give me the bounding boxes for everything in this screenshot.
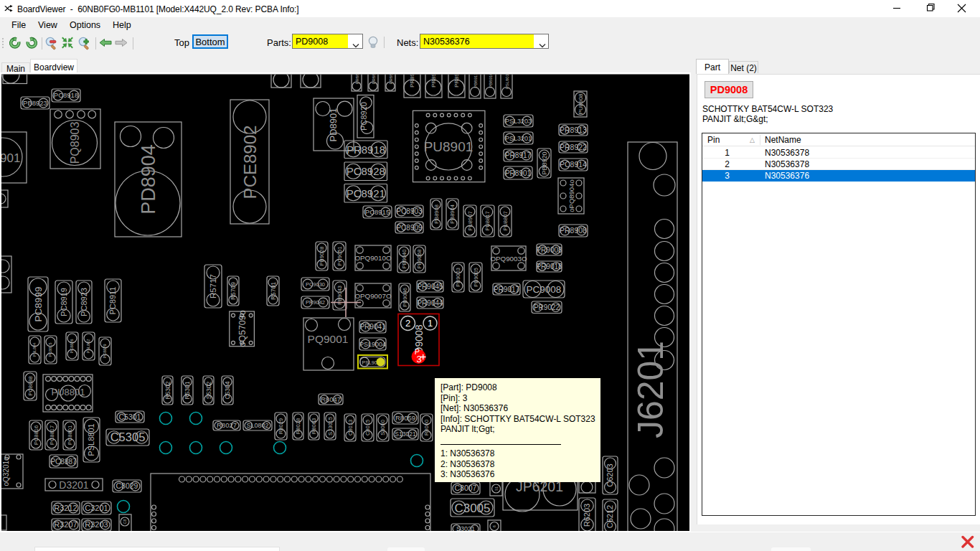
svg-text:PB9028: PB9028 <box>319 247 325 266</box>
svg-text:oPQ8904o: oPQ8904o <box>567 179 575 212</box>
svg-text:PSL8801: PSL8801 <box>87 423 95 456</box>
svg-text:PU8817: PU8817 <box>484 211 491 230</box>
svg-text:C5301: C5301 <box>119 413 141 421</box>
svg-text:PD8901: PD8901 <box>328 108 339 142</box>
svg-text:S5302: S5302 <box>205 381 212 399</box>
svg-text:PR8922: PR8922 <box>560 143 587 151</box>
svg-text:D3201: D3201 <box>59 479 88 491</box>
svg-text:PR9017: PR9017 <box>494 286 520 293</box>
svg-text:C5304: C5304 <box>224 381 231 399</box>
svg-text:oQ5709o: oQ5709o <box>237 310 248 347</box>
svg-text:PC8888: PC8888 <box>27 376 34 395</box>
svg-text:PC8918: PC8918 <box>54 91 78 99</box>
svg-text:PB9046: PB9046 <box>402 288 408 307</box>
svg-text:R8028: R8028 <box>295 418 301 434</box>
svg-text:R6203: R6203 <box>583 504 591 527</box>
svg-text:R5701: R5701 <box>270 282 277 300</box>
svg-text:C3005: C3005 <box>454 501 490 515</box>
svg-text:S13021: S13021 <box>395 430 416 438</box>
svg-text:1: 1 <box>428 318 433 329</box>
svg-text:PQ9001: PQ9001 <box>308 333 349 345</box>
svg-text:PR8901: PR8901 <box>505 169 532 177</box>
svg-text:R8063: R8063 <box>311 418 317 434</box>
svg-text:PC8801: PC8801 <box>67 425 73 445</box>
svg-text:OPQ9007O: OPQ9007O <box>354 292 392 300</box>
svg-text:S3060: S3060 <box>380 420 386 435</box>
svg-text:PQ8903: PQ8903 <box>69 122 81 164</box>
svg-text:PR88: PR88 <box>372 73 376 85</box>
svg-text:3: 3 <box>416 354 421 364</box>
svg-text:PR88: PR88 <box>355 73 359 85</box>
svg-text:PR9044: PR9044 <box>417 299 443 307</box>
svg-text:PR9022: PR9022 <box>534 303 560 311</box>
svg-text:PC8919: PC8919 <box>60 288 68 316</box>
svg-text:PC8920: PC8920 <box>359 102 368 131</box>
svg-text:SL0802: SL0802 <box>246 422 268 429</box>
svg-text:PC9008: PC9008 <box>527 284 562 295</box>
svg-text:PR89: PR89 <box>453 72 460 88</box>
svg-text:PC8921: PC8921 <box>347 187 385 199</box>
svg-text:R8059: R8059 <box>395 414 415 422</box>
svg-text:PC9051: PC9051 <box>336 246 343 265</box>
svg-text:R8029: R8029 <box>278 418 284 434</box>
svg-text:C8007: C8007 <box>455 484 477 492</box>
svg-text:C8015: C8015 <box>364 420 371 435</box>
svg-text:C3201: C3201 <box>85 504 108 512</box>
svg-text:PSL8010: PSL8010 <box>505 72 509 89</box>
svg-text:OPQ9010O: OPQ9010O <box>354 254 392 262</box>
svg-text:C8013: C8013 <box>347 420 354 435</box>
svg-text:PB9005: PB9005 <box>473 268 479 287</box>
svg-text:PR8917: PR8917 <box>505 151 532 159</box>
svg-text:PC8826: PC8826 <box>70 339 74 354</box>
svg-text:PSL9004: PSL9004 <box>359 341 386 348</box>
svg-text:R3203: R3203 <box>85 520 108 529</box>
svg-text:PSL804: PSL804 <box>32 343 37 357</box>
svg-text:PB8920: PB8920 <box>541 151 548 174</box>
svg-text:PR88: PR88 <box>389 73 393 85</box>
svg-text:PC8923: PC8923 <box>80 288 88 316</box>
svg-text:PC9030: PC9030 <box>306 281 325 288</box>
svg-text:PC8915: PC8915 <box>365 208 390 216</box>
svg-text:PU8908: PU8908 <box>578 93 584 114</box>
svg-text:oQ3201o: oQ3201o <box>2 456 10 486</box>
svg-text:S13015: S13015 <box>327 417 334 435</box>
svg-text:PR9042: PR9042 <box>306 299 325 306</box>
svg-text:2: 2 <box>405 318 410 329</box>
svg-text:PR8918: PR8918 <box>347 143 385 156</box>
svg-text:R5301: R5301 <box>184 381 191 399</box>
svg-text:PR9041: PR9041 <box>359 323 386 331</box>
svg-text:R5717: R5717 <box>209 274 217 298</box>
svg-text:C8029: C8029 <box>116 481 138 490</box>
svg-text:PB9068: PB9068 <box>416 250 423 269</box>
svg-text:R3212: R3212 <box>54 504 77 512</box>
svg-text:PB8908: PB8908 <box>433 204 440 224</box>
svg-text:PC8829: PC8829 <box>103 344 107 359</box>
svg-text:PC8999: PC8999 <box>33 287 44 322</box>
svg-text:PC8909: PC8909 <box>396 224 423 232</box>
svg-text:R5709: R5709 <box>230 282 237 300</box>
svg-text:C6212: C6212 <box>606 505 614 528</box>
svg-text:PD8904: PD8904 <box>138 144 159 215</box>
svg-text:PB8904: PB8904 <box>449 204 456 224</box>
svg-text:PSL802: PSL802 <box>86 339 90 354</box>
svg-text:PU8901: PU8901 <box>424 139 473 154</box>
svg-text:PC8816: PC8816 <box>33 425 39 445</box>
svg-text:PB9040: PB9040 <box>401 250 407 269</box>
svg-text:PC8911: PC8911 <box>108 287 117 315</box>
svg-text:6: 6 <box>492 525 496 527</box>
svg-text:PR8913: PR8913 <box>560 126 587 134</box>
svg-text:S1: S1 <box>494 486 499 491</box>
svg-text:PC8903: PC8903 <box>396 207 423 215</box>
svg-text:OPQ9003O: OPQ9003O <box>490 255 527 263</box>
svg-text:PR9045: PR9045 <box>417 283 443 291</box>
svg-text:PB8923: PB8923 <box>23 99 47 107</box>
svg-text:PR89: PR89 <box>409 72 415 88</box>
svg-text:PR9018: PR9018 <box>536 263 562 270</box>
svg-text:PB8910: PB8910 <box>489 72 493 88</box>
svg-text:901: 901 <box>0 151 20 165</box>
svg-text:PU8801: PU8801 <box>52 387 85 397</box>
svg-text:PR89: PR89 <box>430 72 437 88</box>
svg-text:R8047: R8047 <box>321 395 341 403</box>
svg-text:C6203: C6203 <box>606 463 614 486</box>
svg-text:PR9008: PR9008 <box>536 246 562 254</box>
